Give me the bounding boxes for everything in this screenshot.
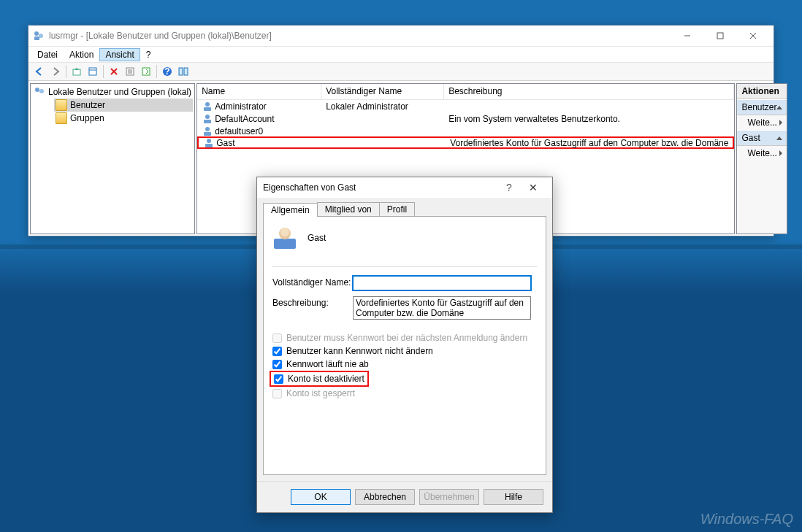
minimize-button[interactable] xyxy=(671,26,703,46)
desc-input[interactable] xyxy=(353,296,531,320)
chevron-right-icon xyxy=(779,150,782,156)
collapse-icon xyxy=(776,106,782,109)
tabstrip: Allgemein Mitglied von Profil xyxy=(257,198,552,216)
properties-dialog: Eigenschaften von Gast ? ✕ Allgemein Mit… xyxy=(256,177,553,513)
svg-rect-20 xyxy=(184,68,188,75)
must-change-checkbox xyxy=(272,334,282,343)
export-button[interactable] xyxy=(138,63,154,80)
dialog-username: Gast xyxy=(308,233,326,243)
svg-point-23 xyxy=(205,102,210,107)
actions-section-benutzer[interactable]: Benutzer xyxy=(737,99,787,115)
svg-point-21 xyxy=(35,88,39,92)
list-button[interactable] xyxy=(122,63,138,80)
svg-text:?: ? xyxy=(164,66,169,77)
tree-item-label: Benutzer xyxy=(70,100,105,110)
disabled-checkbox[interactable] xyxy=(274,374,283,384)
users-groups-icon xyxy=(34,86,45,98)
app-icon xyxy=(33,30,45,42)
folder-icon xyxy=(56,99,67,111)
help-button[interactable]: Hilfe xyxy=(484,489,543,505)
delete-button[interactable] xyxy=(106,63,122,80)
ok-button[interactable]: OK xyxy=(291,489,351,505)
dialog-titlebar[interactable]: Eigenschaften von Gast ? ✕ xyxy=(257,177,552,198)
tab-member[interactable]: Mitglied von xyxy=(317,202,380,216)
cant-change-checkbox[interactable] xyxy=(272,347,282,356)
never-expires-checkbox[interactable] xyxy=(272,360,282,369)
nav-forward-button[interactable] xyxy=(47,63,64,80)
user-icon xyxy=(202,113,213,125)
actions-more-link[interactable]: Weite... xyxy=(737,146,787,161)
cant-change-label: Benutzer kann Kennwort nicht ändern xyxy=(286,346,433,356)
actions-more-link[interactable]: Weite... xyxy=(737,115,787,130)
help-button[interactable]: ? xyxy=(159,63,175,80)
fullname-label: Vollständiger Name: xyxy=(272,276,353,288)
properties-button[interactable] xyxy=(85,63,101,80)
fullname-input[interactable] xyxy=(353,276,531,290)
tree-node-benutzer[interactable]: Benutzer xyxy=(54,99,193,112)
tree-root[interactable]: Lokale Benutzer und Gruppen (lokal) xyxy=(32,85,193,99)
titlebar[interactable]: lusrmgr - [Lokale Benutzer und Gruppen (… xyxy=(28,26,774,46)
menu-file[interactable]: Datei xyxy=(31,48,64,61)
svg-point-22 xyxy=(39,89,44,93)
row-name: defaultuser0 xyxy=(215,126,263,136)
check-never-expires[interactable]: Kennwort läuft nie ab xyxy=(272,359,537,369)
more-actions-label: Weite... xyxy=(747,117,776,128)
tab-general[interactable]: Allgemein xyxy=(263,203,318,217)
user-icon xyxy=(202,101,213,112)
svg-rect-30 xyxy=(205,144,213,147)
svg-rect-4 xyxy=(717,33,723,39)
folder-icon xyxy=(56,112,67,124)
maximize-button[interactable] xyxy=(703,26,736,46)
table-row[interactable]: DefaultAccountEin vom System verwaltetes… xyxy=(197,112,734,125)
table-row[interactable]: AdministratorLokaler Administrator xyxy=(197,100,734,112)
check-locked: Konto ist gesperrt xyxy=(272,388,537,398)
desc-label: Beschreibung: xyxy=(272,296,353,308)
tree-node-gruppen[interactable]: Gruppen xyxy=(54,112,193,125)
user-icon xyxy=(202,126,213,137)
tree-item-label: Gruppen xyxy=(70,113,104,123)
svg-rect-28 xyxy=(204,132,211,136)
nav-back-button[interactable] xyxy=(31,63,47,80)
apply-button[interactable]: Übernehmen xyxy=(419,489,479,505)
tree-pane[interactable]: Lokale Benutzer und Gruppen (lokal) Benu… xyxy=(30,83,195,234)
dialog-help-button[interactable]: ? xyxy=(498,182,520,193)
up-button[interactable] xyxy=(69,63,85,80)
dialog-buttons: OK Abbrechen Übernehmen Hilfe xyxy=(257,481,552,512)
row-desc: Vordefiniertes Konto für Gastzugriff auf… xyxy=(450,138,728,148)
svg-rect-8 xyxy=(89,68,96,75)
actions-section-label: Gast xyxy=(741,133,760,143)
close-button[interactable] xyxy=(736,26,769,46)
dialog-close-button[interactable]: ✕ xyxy=(520,182,546,193)
window-title: lusrmgr - [Lokale Benutzer und Gruppen (… xyxy=(49,31,671,41)
menu-action[interactable]: Aktion xyxy=(64,48,99,61)
cancel-button[interactable]: Abbrechen xyxy=(355,489,415,505)
col-name[interactable]: Name xyxy=(197,84,321,99)
row-name: Administrator xyxy=(215,101,267,112)
never-expires-label: Kennwort läuft nie ab xyxy=(286,359,369,369)
svg-point-25 xyxy=(205,115,210,119)
tree-root-label: Lokale Benutzer und Gruppen (lokal) xyxy=(48,87,191,97)
svg-rect-19 xyxy=(179,68,183,75)
table-row[interactable]: GastVordefiniertes Konto für Gastzugriff… xyxy=(197,136,734,149)
actions-title: Aktionen xyxy=(737,84,787,99)
user-icon xyxy=(272,225,297,250)
check-must-change: Benutzer muss Kennwort bei der nächsten … xyxy=(272,333,537,343)
collapse-icon xyxy=(776,136,782,140)
check-cant-change[interactable]: Benutzer kann Kennwort nicht ändern xyxy=(272,346,537,356)
check-disabled[interactable]: Konto ist deaktiviert xyxy=(271,372,364,385)
col-fullname[interactable]: Vollständiger Name xyxy=(321,84,444,99)
actions-pane: Aktionen Benutzer Weite... Gast Weite... xyxy=(736,83,787,234)
svg-point-29 xyxy=(207,139,211,143)
menu-help[interactable]: ? xyxy=(140,48,157,61)
svg-rect-7 xyxy=(73,69,80,75)
user-icon xyxy=(203,137,215,149)
panes-button[interactable] xyxy=(175,63,191,80)
menu-view[interactable]: Ansicht xyxy=(99,48,140,61)
row-name: DefaultAccount xyxy=(215,114,274,124)
tab-profile[interactable]: Profil xyxy=(379,202,415,216)
col-desc[interactable]: Beschreibung xyxy=(444,84,734,99)
table-row[interactable]: defaultuser0 xyxy=(197,125,734,137)
actions-section-gast[interactable]: Gast xyxy=(737,130,787,146)
list-header[interactable]: Name Vollständiger Name Beschreibung xyxy=(197,84,734,100)
more-actions-label: Weite... xyxy=(747,148,776,158)
